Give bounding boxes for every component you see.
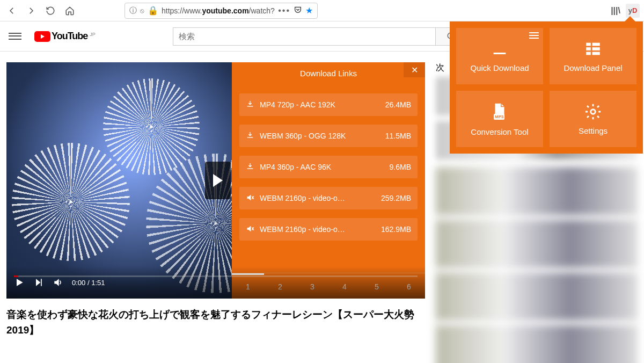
svg-rect-5: [586, 43, 591, 46]
download-item-size: 26.4MB: [385, 100, 411, 109]
settings-tile[interactable]: Settings: [550, 91, 636, 147]
browser-toolbar: ⓘ ⦸ 🔒 https://www.youtube.com/watch?v=6i…: [0, 0, 644, 21]
download-item-label: WEBM 2160p - video-o…: [260, 225, 376, 234]
download-icon: [246, 100, 254, 110]
svg-rect-7: [586, 47, 591, 50]
play-icon[interactable]: [14, 277, 25, 288]
download-links-panel: Download Links ✕ MP4 720p - AAC 192K26.4…: [232, 62, 425, 299]
volume-icon[interactable]: [53, 277, 63, 288]
download-icon: [246, 162, 254, 172]
tile-menu-icon[interactable]: [529, 32, 539, 39]
lock-icon: 🔒: [148, 5, 158, 16]
svg-rect-2: [247, 137, 253, 137]
related-video[interactable]: [436, 220, 638, 268]
video-title: 音楽を使わず豪快な花火の打ち上げで観客を魅了するフィナーレシーン【スーパー大火勢…: [6, 307, 425, 338]
download-item[interactable]: WEBM 2160p - video-o…259.2MB: [239, 187, 418, 209]
url-bar[interactable]: ⓘ ⦸ 🔒 https://www.youtube.com/watch?v=6i…: [125, 3, 318, 19]
video-player[interactable]: Download Links ✕ MP4 720p - AAC 192K26.4…: [6, 62, 425, 299]
download-item-label: MP4 720p - AAC 192K: [260, 100, 380, 109]
next-icon[interactable]: [33, 277, 44, 288]
forward-icon[interactable]: [24, 3, 39, 18]
svg-rect-10: [592, 52, 600, 55]
close-icon[interactable]: ✕: [404, 62, 425, 77]
more-icon[interactable]: •••: [278, 6, 290, 16]
extension-popup: Quick Download Download Panel MP3 Conver…: [450, 21, 643, 154]
tile-label: Download Panel: [564, 63, 622, 72]
youtube-logo[interactable]: YouTube JP: [34, 31, 96, 42]
download-item[interactable]: MP4 360p - AAC 96K9.6MB: [239, 156, 418, 178]
pocket-icon[interactable]: [294, 5, 302, 16]
back-icon[interactable]: [4, 3, 19, 18]
search-input[interactable]: [173, 27, 436, 46]
youtube-region: JP: [90, 32, 96, 37]
svg-rect-3: [247, 168, 253, 169]
svg-point-11: [591, 110, 596, 114]
related-video[interactable]: [436, 167, 638, 215]
info-icon[interactable]: ⓘ: [129, 6, 137, 16]
download-item-size: 259.2MB: [381, 194, 411, 202]
mute-icon: [246, 193, 254, 204]
svg-rect-8: [592, 47, 600, 50]
menu-icon[interactable]: [9, 30, 21, 43]
tile-label: Settings: [579, 126, 608, 135]
mute-icon: [246, 224, 254, 235]
youtube-play-icon: [34, 31, 50, 42]
player-time: 0:00 / 1:51: [72, 279, 105, 287]
download-panel-title: Download Links: [300, 69, 357, 78]
svg-rect-4: [41, 279, 42, 286]
library-icon[interactable]: |||\: [611, 6, 620, 16]
tile-label: Quick Download: [470, 63, 529, 72]
svg-rect-9: [586, 52, 591, 55]
download-item[interactable]: MP4 720p - AAC 192K26.4MB: [239, 93, 418, 116]
download-item[interactable]: WEBM 360p - OGG 128K11.5MB: [239, 125, 418, 147]
download-item-size: 162.9MB: [381, 225, 411, 234]
svg-rect-1: [247, 106, 253, 106]
tracking-icon[interactable]: ⦸: [140, 7, 144, 14]
download-item[interactable]: WEBM 2160p - video-o…162.9MB: [239, 218, 418, 241]
download-item-label: WEBM 360p - OGG 128K: [260, 132, 380, 140]
related-video[interactable]: [436, 272, 638, 321]
related-video[interactable]: [436, 325, 638, 363]
download-item-size: 9.6MB: [390, 163, 411, 171]
youtube-wordmark: YouTube: [52, 31, 87, 42]
home-icon[interactable]: [62, 3, 77, 18]
download-item-size: 11.5MB: [385, 132, 411, 140]
download-panel-tile[interactable]: Download Panel: [550, 28, 636, 84]
bookmark-star-icon[interactable]: ★: [305, 5, 313, 16]
quick-download-tile[interactable]: Quick Download: [456, 28, 543, 84]
download-icon: [246, 131, 254, 141]
reload-icon[interactable]: [43, 3, 58, 18]
yd-extension-button[interactable]: yD: [626, 4, 640, 18]
download-item-label: WEBM 2160p - video-o…: [260, 194, 376, 202]
conversion-tool-tile[interactable]: MP3 Conversion Tool: [456, 91, 543, 147]
tile-label: Conversion Tool: [471, 127, 528, 136]
url-text: https://www.youtube.com/watch?v=6iI1kk: [162, 6, 275, 15]
download-item-label: MP4 360p - AAC 96K: [260, 163, 384, 171]
player-controls: 0:00 / 1:51: [6, 266, 425, 299]
svg-rect-6: [592, 43, 600, 46]
play-overlay-icon[interactable]: [205, 162, 231, 199]
